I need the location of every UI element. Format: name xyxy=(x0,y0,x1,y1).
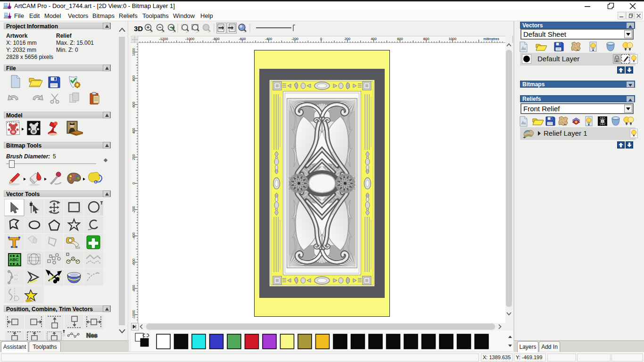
svg-text:400: 400 xyxy=(132,128,136,134)
svg-text:1000: 1000 xyxy=(132,48,136,56)
svg-text:-600: -600 xyxy=(132,259,136,266)
svg-text:600: 600 xyxy=(397,37,403,41)
svg-text:-800: -800 xyxy=(132,285,136,292)
svg-text:-400: -400 xyxy=(265,37,272,41)
svg-text:600: 600 xyxy=(132,102,136,108)
svg-text:+: + xyxy=(523,134,526,140)
svg-text:-200: -200 xyxy=(291,37,298,41)
svg-text:ABC: ABC xyxy=(9,257,19,262)
svg-text:200: 200 xyxy=(345,37,351,41)
svg-text:1000: 1000 xyxy=(448,37,456,41)
svg-text:-1000: -1000 xyxy=(185,37,194,41)
svg-text:-200: -200 xyxy=(132,206,136,213)
svg-text:-600: -600 xyxy=(239,37,246,41)
svg-text:0: 0 xyxy=(132,182,136,184)
svg-text:millimetres: millimetres xyxy=(483,37,499,41)
svg-text:800: 800 xyxy=(423,37,429,41)
svg-text:400: 400 xyxy=(371,37,377,41)
svg-text:200: 200 xyxy=(132,154,136,160)
svg-text:-1200: -1200 xyxy=(159,37,168,41)
svg-text:-1000: -1000 xyxy=(132,310,136,319)
svg-text:-400: -400 xyxy=(132,232,136,239)
svg-text:0: 0 xyxy=(320,37,322,41)
svg-text:Nes: Nes xyxy=(86,332,98,339)
svg-text:3D: 3D xyxy=(134,25,143,33)
svg-text:-800: -800 xyxy=(213,37,220,41)
svg-text:800: 800 xyxy=(132,75,136,82)
